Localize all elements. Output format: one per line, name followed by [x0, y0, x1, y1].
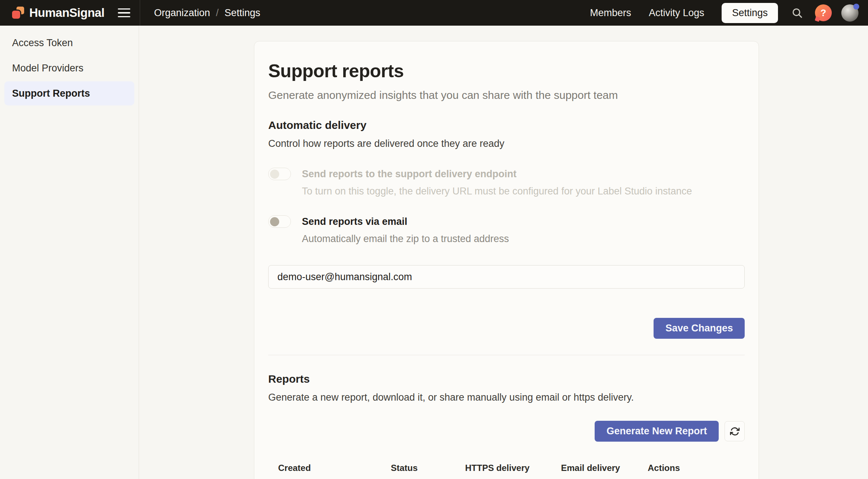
toggle-knob	[270, 217, 279, 226]
nav-activity-logs[interactable]: Activity Logs	[649, 7, 704, 19]
page-title: Support reports	[268, 60, 745, 82]
help-question-glyph: ?	[820, 7, 826, 19]
toggle-knob	[270, 170, 279, 179]
generate-new-report-button[interactable]: Generate New Report	[595, 421, 719, 442]
email-toggle-helper: Automatically email the zip to a trusted…	[302, 233, 509, 245]
save-changes-button[interactable]: Save Changes	[654, 318, 745, 339]
automatic-delivery-description: Control how reports are delivered once t…	[268, 138, 745, 149]
email-delivery-toggle[interactable]	[268, 215, 291, 228]
endpoint-toggle-label: Send reports to the support delivery end…	[302, 168, 692, 180]
breadcrumb-organization[interactable]: Organization	[154, 7, 210, 19]
breadcrumb-separator: /	[216, 7, 219, 19]
column-status: Status	[381, 458, 455, 479]
reports-description: Generate a new report, download it, or s…	[268, 392, 745, 403]
help-icon[interactable]: ?	[815, 4, 832, 21]
breadcrumb-settings[interactable]: Settings	[225, 7, 261, 19]
breadcrumb: Organization / Settings	[154, 7, 260, 19]
refresh-button[interactable]	[725, 421, 745, 441]
endpoint-toggle-helper: To turn on this toggle, the delivery URL…	[302, 186, 692, 197]
search-icon[interactable]	[791, 7, 803, 19]
email-toggle-label: Send reports via email	[302, 216, 509, 227]
sidebar-item-model-providers[interactable]: Model Providers	[4, 56, 134, 80]
nav-members[interactable]: Members	[590, 7, 631, 19]
brand-name: HumanSignal	[29, 6, 104, 20]
endpoint-delivery-toggle	[268, 168, 291, 180]
brand-logo[interactable]: HumanSignal	[11, 6, 104, 20]
sidebar: Access Token Model Providers Support Rep…	[0, 26, 139, 479]
column-created: Created	[268, 458, 381, 479]
page-subtitle: Generate anonymized insights that you ca…	[268, 89, 745, 101]
trusted-email-input[interactable]	[268, 265, 745, 289]
reports-heading: Reports	[268, 373, 745, 385]
table-header-row: Created Status HTTPS delivery Email deli…	[268, 458, 745, 479]
endpoint-toggle-row: Send reports to the support delivery end…	[268, 168, 745, 197]
main-content: Support reports Generate anonymized insi…	[139, 26, 868, 479]
email-toggle-row: Send reports via email Automatically ema…	[268, 215, 745, 245]
avatar[interactable]	[841, 4, 858, 22]
column-https-delivery: HTTPS delivery	[455, 458, 551, 479]
topbar-right: Members Activity Logs Settings ?	[590, 3, 868, 23]
menu-icon[interactable]	[118, 7, 130, 19]
humansignal-logo-icon	[11, 6, 25, 20]
reports-table: Created Status HTTPS delivery Email deli…	[268, 458, 745, 479]
sidebar-item-support-reports[interactable]: Support Reports	[4, 81, 134, 105]
refresh-icon	[730, 426, 740, 437]
automatic-delivery-heading: Automatic delivery	[268, 119, 745, 131]
topbar-left: HumanSignal	[0, 0, 140, 26]
avatar-status-badge	[853, 4, 859, 10]
support-reports-card: Support reports Generate anonymized insi…	[254, 41, 759, 479]
nav-settings[interactable]: Settings	[722, 3, 778, 23]
layout: Access Token Model Providers Support Rep…	[0, 26, 868, 479]
column-email-delivery: Email delivery	[551, 458, 638, 479]
topbar: HumanSignal Organization / Settings Memb…	[0, 0, 868, 26]
column-actions: Actions	[638, 458, 745, 479]
sidebar-item-access-token[interactable]: Access Token	[4, 31, 134, 55]
section-divider	[268, 355, 745, 355]
